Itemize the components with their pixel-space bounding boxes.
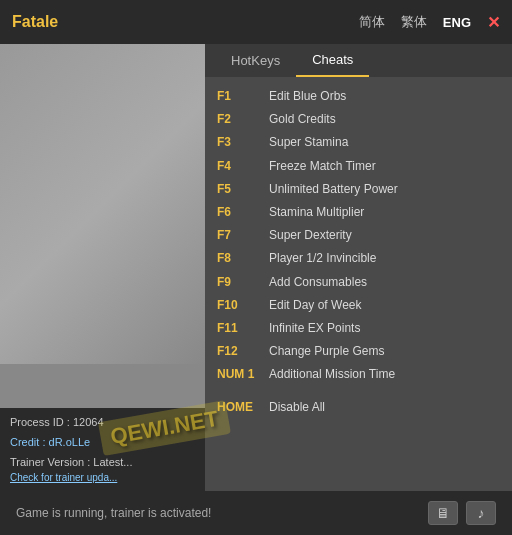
cheat-key: F9: [217, 273, 269, 292]
monitor-icon-button[interactable]: 🖥: [428, 501, 458, 525]
cheat-desc: Stamina Multiplier: [269, 203, 364, 222]
cheat-key: F1: [217, 87, 269, 106]
tab-cheats[interactable]: Cheats: [296, 44, 369, 77]
cheat-desc: Edit Day of Week: [269, 296, 361, 315]
process-id: Process ID : 12064: [10, 416, 195, 428]
tab-hotkeys[interactable]: HotKeys: [215, 44, 296, 77]
credit-line: Credit : dR.oLLe: [10, 436, 195, 448]
title-bar: Fatale 简体 繁体 ENG ✕: [0, 0, 512, 44]
cheat-item: F5Unlimited Battery Power: [217, 178, 500, 201]
cheat-key: F7: [217, 226, 269, 245]
cheat-key: F5: [217, 180, 269, 199]
cheat-key: F6: [217, 203, 269, 222]
tabs-bar: HotKeys Cheats: [205, 44, 512, 77]
cheat-key: NUM 1: [217, 365, 269, 384]
cheat-item: F11Infinite EX Points: [217, 317, 500, 340]
title-bar-left: Fatale: [12, 13, 58, 31]
lang-traditional[interactable]: 繁体: [401, 13, 427, 31]
cheat-item: F3Super Stamina: [217, 131, 500, 154]
cheat-item: F10Edit Day of Week: [217, 294, 500, 317]
close-button[interactable]: ✕: [487, 13, 500, 32]
cheat-key: F3: [217, 133, 269, 152]
cheat-desc: Infinite EX Points: [269, 319, 360, 338]
cheat-key: F11: [217, 319, 269, 338]
trainer-version: Trainer Version : Latest...: [10, 456, 195, 468]
cheat-item: F9Add Consumables: [217, 271, 500, 294]
lang-english[interactable]: ENG: [443, 15, 471, 30]
cheat-key: F4: [217, 157, 269, 176]
home-key: HOME: [217, 398, 269, 417]
cheat-item: F8Player 1/2 Invincible: [217, 247, 500, 270]
home-desc: Disable All: [269, 398, 325, 417]
title-bar-right: 简体 繁体 ENG ✕: [359, 13, 500, 32]
cheats-list: F1Edit Blue OrbsF2Gold CreditsF3Super St…: [205, 77, 512, 491]
cheat-item: F6Stamina Multiplier: [217, 201, 500, 224]
main-area: Process ID : 12064 Credit : dR.oLLe Trai…: [0, 44, 512, 491]
cheat-desc: Edit Blue Orbs: [269, 87, 346, 106]
cheat-desc: Super Dexterity: [269, 226, 352, 245]
cheat-desc: Gold Credits: [269, 110, 336, 129]
game-image: [0, 44, 205, 364]
cheat-item: F1Edit Blue Orbs: [217, 85, 500, 108]
cheat-desc: Super Stamina: [269, 133, 348, 152]
cheat-key: F8: [217, 249, 269, 268]
cheat-item: F2Gold Credits: [217, 108, 500, 131]
cheat-desc: Freeze Match Timer: [269, 157, 376, 176]
status-bar: Game is running, trainer is activated! 🖥…: [0, 491, 512, 535]
status-message: Game is running, trainer is activated!: [16, 506, 211, 520]
cheat-item: F4Freeze Match Timer: [217, 155, 500, 178]
cheat-desc: Add Consumables: [269, 273, 367, 292]
cheat-item: F12Change Purple Gems: [217, 340, 500, 363]
cheat-item: F7Super Dexterity: [217, 224, 500, 247]
app-title: Fatale: [12, 13, 58, 31]
status-icons: 🖥 ♪: [428, 501, 496, 525]
cheat-desc: Change Purple Gems: [269, 342, 384, 361]
home-action-item: HOMEDisable All: [217, 396, 500, 419]
music-icon-button[interactable]: ♪: [466, 501, 496, 525]
cheat-key: F2: [217, 110, 269, 129]
cheat-desc: Additional Mission Time: [269, 365, 395, 384]
check-update-link[interactable]: Check for trainer upda...: [10, 472, 195, 483]
bottom-info: Process ID : 12064 Credit : dR.oLLe Trai…: [0, 408, 205, 491]
cheat-key: F10: [217, 296, 269, 315]
right-panel: HotKeys Cheats F1Edit Blue OrbsF2Gold Cr…: [205, 44, 512, 491]
left-panel: Process ID : 12064 Credit : dR.oLLe Trai…: [0, 44, 205, 491]
cheat-desc: Player 1/2 Invincible: [269, 249, 376, 268]
credit-value: dR.oLLe: [49, 436, 91, 448]
cheat-item: NUM 1Additional Mission Time: [217, 363, 500, 386]
lang-simplified[interactable]: 简体: [359, 13, 385, 31]
cheat-key: F12: [217, 342, 269, 361]
cheat-desc: Unlimited Battery Power: [269, 180, 398, 199]
